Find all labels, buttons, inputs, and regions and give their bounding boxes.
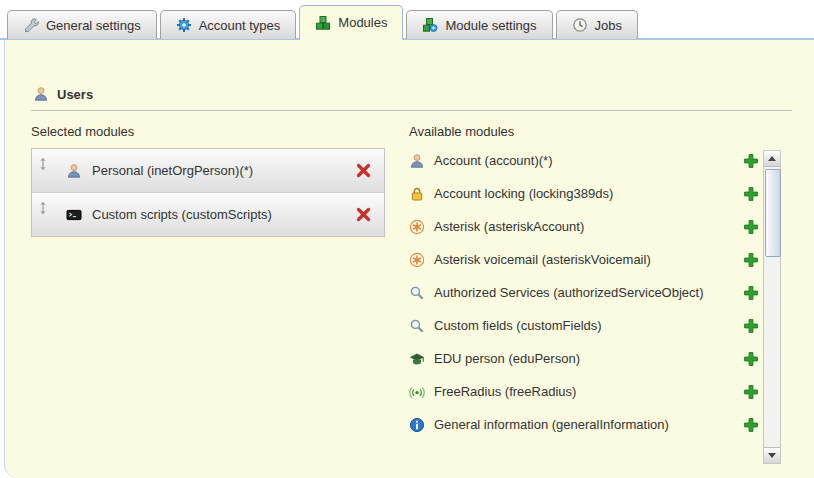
add-module-button[interactable]: [743, 417, 759, 433]
clock-icon: [572, 17, 588, 33]
selected-modules-list: Personal (inetOrgPerson)(*) Custom scrip…: [31, 148, 385, 237]
asterisk-icon: [409, 219, 425, 235]
available-module-row: General information (generalInformation): [409, 408, 761, 441]
plus-icon: [743, 384, 759, 400]
plus-icon: [743, 285, 759, 301]
user-icon: [33, 86, 49, 102]
add-module-button[interactable]: [743, 186, 759, 202]
plus-icon: [743, 351, 759, 367]
plus-icon: [743, 417, 759, 433]
user-icon: [66, 163, 82, 179]
magnifier-icon: [409, 318, 425, 334]
plus-icon: [743, 318, 759, 334]
selected-module-label: Personal (inetOrgPerson)(*): [92, 163, 355, 178]
selected-module-row: Personal (inetOrgPerson)(*): [32, 149, 384, 193]
selected-module-label: Custom scripts (customScripts): [92, 207, 355, 222]
plus-icon: [743, 153, 759, 169]
tab-label: General settings: [46, 18, 141, 33]
available-module-label: Account (account)(*): [434, 153, 743, 168]
available-module-row: FreeRadius (freeRadius): [409, 375, 761, 408]
available-module-label: Authorized Services (authorizedServiceOb…: [434, 285, 743, 300]
available-module-label: EDU person (eduPerson): [434, 351, 743, 366]
module-settings-icon: [422, 17, 438, 33]
scroll-down-button[interactable]: [764, 447, 780, 463]
available-modules-label: Available modules: [409, 124, 514, 139]
tab-account-types[interactable]: Account types: [160, 10, 297, 39]
lock-icon: [409, 186, 425, 202]
scroll-up-icon: [768, 156, 776, 161]
plus-icon: [743, 252, 759, 268]
scroll-down-icon: [768, 453, 776, 458]
tab-general-settings[interactable]: General settings: [7, 10, 157, 39]
section-title: Users: [57, 87, 93, 102]
add-module-button[interactable]: [743, 318, 759, 334]
available-module-label: General information (generalInformation): [434, 417, 743, 432]
delete-icon: [355, 162, 372, 179]
tab-jobs[interactable]: Jobs: [556, 10, 638, 39]
radius-icon: [409, 384, 425, 400]
drag-handle-icon[interactable]: [36, 157, 50, 171]
tab-label: Modules: [338, 15, 387, 30]
available-module-label: Account locking (locking389ds): [434, 186, 743, 201]
available-module-label: Asterisk (asteriskAccount): [434, 219, 743, 234]
info-icon: [409, 417, 425, 433]
user-icon: [409, 153, 425, 169]
add-module-button[interactable]: [743, 219, 759, 235]
available-module-label: Custom fields (customFields): [434, 318, 743, 333]
selected-module-row: Custom scripts (customScripts): [32, 193, 384, 236]
available-module-row: Account locking (locking389ds): [409, 177, 761, 210]
magnifier-icon: [409, 285, 425, 301]
remove-module-button[interactable]: [355, 162, 372, 179]
modules-icon: [315, 15, 331, 31]
plus-icon: [743, 186, 759, 202]
available-module-row: Asterisk (asteriskAccount): [409, 210, 761, 243]
tab-module-settings[interactable]: Module settings: [406, 10, 552, 39]
add-module-button[interactable]: [743, 153, 759, 169]
available-modules-list: Account (account)(*) Account locking (lo…: [409, 144, 761, 441]
selected-modules-label: Selected modules: [31, 124, 134, 139]
script-icon: [66, 207, 82, 223]
add-module-button[interactable]: [743, 351, 759, 367]
tab-label: Account types: [199, 18, 281, 33]
delete-icon: [355, 206, 372, 223]
gear-icon: [176, 17, 192, 33]
available-module-label: FreeRadius (freeRadius): [434, 384, 743, 399]
drag-handle-icon[interactable]: [36, 201, 50, 215]
available-module-label: Asterisk voicemail (asteriskVoicemail): [434, 252, 743, 267]
available-module-row: EDU person (eduPerson): [409, 342, 761, 375]
available-module-row: Asterisk voicemail (asteriskVoicemail): [409, 243, 761, 276]
tab-modules[interactable]: Modules: [299, 5, 403, 39]
vertical-scrollbar[interactable]: [763, 150, 781, 464]
tab-label: Module settings: [445, 18, 536, 33]
asterisk-icon: [409, 252, 425, 268]
available-module-row: Custom fields (customFields): [409, 309, 761, 342]
scroll-up-button[interactable]: [764, 151, 780, 167]
plus-icon: [743, 219, 759, 235]
add-module-button[interactable]: [743, 252, 759, 268]
wrench-icon: [23, 17, 39, 33]
edu-icon: [409, 351, 425, 367]
tab-bar: General settings Account types Modules M…: [7, 5, 814, 39]
add-module-button[interactable]: [743, 285, 759, 301]
remove-module-button[interactable]: [355, 206, 372, 223]
add-module-button[interactable]: [743, 384, 759, 400]
tab-label: Jobs: [595, 18, 622, 33]
available-module-row: Authorized Services (authorizedServiceOb…: [409, 276, 761, 309]
scrollbar-thumb[interactable]: [765, 169, 781, 257]
section-divider: [31, 110, 792, 111]
section-heading-users: Users: [33, 86, 93, 102]
modules-panel: Users Selected modules Available modules…: [4, 40, 814, 478]
available-module-row: Account (account)(*): [409, 144, 761, 177]
